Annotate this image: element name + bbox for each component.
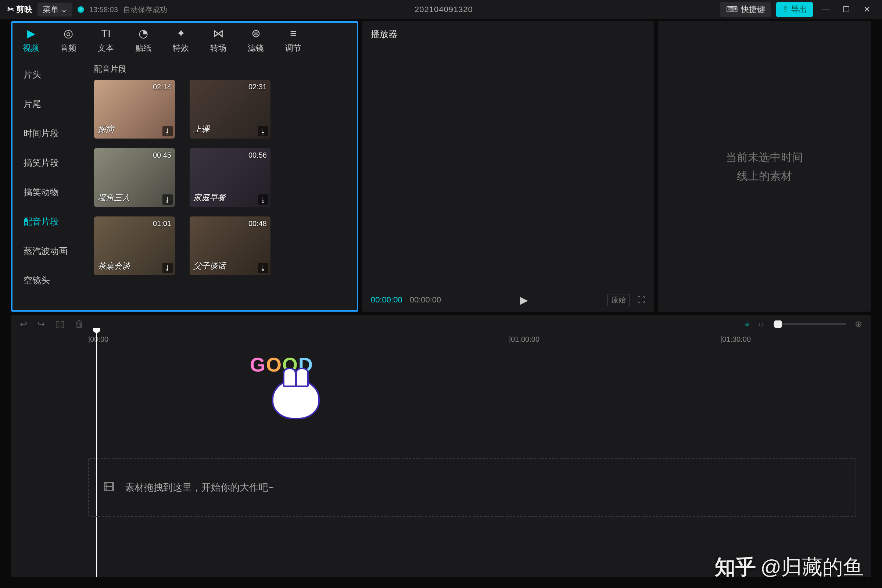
export-button[interactable]: ⇪ 导出: [776, 2, 813, 17]
category-item[interactable]: 空镜头: [12, 266, 86, 295]
inspector-line2: 线上的素材: [726, 166, 803, 185]
download-icon[interactable]: ⭳: [258, 194, 268, 205]
ruler-tick: |00:00: [88, 335, 108, 344]
clip-thumbnail[interactable]: 00:45墙角三人⭳: [94, 148, 175, 207]
tab-icon: ▶: [27, 27, 35, 40]
category-item[interactable]: 片头: [12, 60, 86, 89]
app-name: 剪映: [16, 4, 32, 15]
clip-name: 父子谈话: [193, 261, 226, 272]
close-button[interactable]: ✕: [859, 5, 874, 14]
maximize-button[interactable]: ☐: [838, 5, 854, 14]
media-tab-文本[interactable]: TI文本: [98, 27, 114, 54]
media-tab-调节[interactable]: ≡调节: [285, 27, 302, 54]
export-label: 导出: [791, 4, 807, 15]
save-status-icon: ✓: [78, 6, 84, 13]
clip-thumbnail[interactable]: 02:14探病⭳: [94, 80, 175, 138]
download-icon[interactable]: ⭳: [162, 263, 173, 273]
clip-name: 家庭早餐: [193, 192, 226, 203]
category-item[interactable]: 蒸汽波动画: [12, 236, 86, 266]
tab-label: 视频: [23, 43, 39, 54]
clip-duration: 02:14: [153, 82, 171, 91]
good-sticker[interactable]: GOOD: [250, 353, 342, 427]
save-time: 13:58:03: [89, 6, 118, 14]
tab-icon: ✦: [176, 27, 186, 40]
clip-name: 探病: [98, 124, 114, 135]
tab-icon: ⊛: [251, 27, 261, 40]
player-viewport[interactable]: [362, 47, 654, 288]
zoom-in-button[interactable]: ⊕: [855, 319, 862, 329]
ratio-original-button[interactable]: 原始: [607, 294, 630, 306]
chevron-down-icon: ⌄: [61, 5, 67, 14]
clip-thumbnail[interactable]: 00:48父子谈话⭳: [190, 216, 270, 275]
clip-thumbnail[interactable]: 01:01茶桌会谈⭳: [94, 216, 175, 275]
minimize-button[interactable]: —: [818, 5, 834, 14]
clip-thumbnail[interactable]: 00:56家庭早餐⭳: [190, 148, 270, 207]
category-list: 片头片尾时间片段搞笑片段搞笑动物配音片段蒸汽波动画空镜头: [12, 58, 86, 310]
zoom-out-button[interactable]: ○: [759, 319, 764, 329]
export-icon: ⇪: [782, 5, 789, 14]
play-button[interactable]: ▶: [520, 294, 528, 306]
zoom-slider[interactable]: [772, 323, 846, 325]
timeline-toolbar: ↩ ↪ ▯▯ 🗑 ⌖ ○ ⊕: [11, 315, 871, 333]
tab-label: 音频: [60, 43, 76, 54]
project-title: 202104091320: [172, 5, 715, 14]
split-button[interactable]: ▯▯: [55, 319, 64, 329]
clip-area: 配音片段 02:14探病⭳02:31上课⭳00:45墙角三人⭳00:56家庭早餐…: [86, 58, 357, 310]
undo-button[interactable]: ↩: [20, 319, 27, 329]
clip-section-title: 配音片段: [94, 64, 349, 75]
category-item[interactable]: 搞笑动物: [12, 177, 86, 207]
download-icon[interactable]: ⭳: [162, 126, 173, 136]
media-tab-转场[interactable]: ⋈转场: [210, 27, 226, 54]
watermark: 知乎 @归藏的鱼: [715, 554, 864, 581]
tab-label: 滤镜: [248, 43, 264, 54]
watermark-author: @归藏的鱼: [760, 554, 864, 581]
tab-label: 调节: [285, 43, 302, 54]
clip-duration: 00:45: [153, 151, 171, 159]
menu-label: 菜单: [43, 4, 59, 15]
category-item[interactable]: 时间片段: [12, 119, 86, 148]
download-icon[interactable]: ⭳: [162, 194, 173, 205]
tab-icon: ⋈: [213, 27, 224, 40]
delete-button[interactable]: 🗑: [75, 319, 84, 329]
app-logo: ✂ 剪映: [8, 4, 32, 15]
logo-icon: ✂: [8, 5, 14, 14]
menu-button[interactable]: 菜单 ⌄: [38, 3, 72, 16]
media-tab-音频[interactable]: ◎音频: [60, 27, 76, 54]
ruler-tick: |01:30:00: [720, 335, 751, 344]
tab-icon: ◎: [64, 27, 73, 40]
clip-thumbnail[interactable]: 02:31上课⭳: [190, 80, 270, 138]
media-tab-贴纸[interactable]: ◔贴纸: [135, 27, 152, 54]
drop-track[interactable]: 🎞 素材拖拽到这里，开始你的大作吧~: [88, 458, 856, 517]
media-tab-特效[interactable]: ✦特效: [173, 27, 189, 54]
drop-hint: 素材拖拽到这里，开始你的大作吧~: [125, 481, 274, 494]
tab-label: 文本: [98, 43, 114, 54]
film-icon: 🎞: [104, 481, 115, 494]
category-item[interactable]: 配音片段: [12, 207, 86, 236]
time-current: 00:00:00: [371, 295, 402, 304]
player-title: 播放器: [362, 21, 654, 47]
download-icon[interactable]: ⭳: [258, 126, 268, 136]
tracks-area[interactable]: GOOD 🎞 素材拖拽到这里，开始你的大作吧~: [11, 348, 871, 577]
save-message: 自动保存成功: [123, 5, 167, 15]
inspector-empty-message: 当前未选中时间 线上的素材: [726, 148, 803, 185]
tab-icon: TI: [101, 27, 111, 40]
media-tab-滤镜[interactable]: ⊛滤镜: [248, 27, 264, 54]
time-ruler[interactable]: |00:00|01:00:00|01:30:00: [11, 333, 871, 348]
player-panel: 播放器 00:00:00 00:00:00 ▶ 原始 ⛶: [362, 21, 654, 312]
zoom-knob[interactable]: [774, 321, 782, 328]
media-tab-视频[interactable]: ▶视频: [23, 27, 39, 54]
download-icon[interactable]: ⭳: [258, 263, 268, 273]
shortcut-label: 快捷键: [741, 4, 765, 15]
bunny-icon: [272, 379, 320, 419]
shortcut-button[interactable]: ⌨ 快捷键: [720, 2, 771, 17]
clip-duration: 00:48: [248, 219, 267, 228]
clip-name: 墙角三人: [98, 192, 130, 203]
category-item[interactable]: 搞笑片段: [12, 148, 86, 177]
category-item[interactable]: 片尾: [12, 89, 86, 119]
clip-duration: 02:31: [248, 82, 267, 91]
top-row: ▶视频◎音频TI文本◔贴纸✦特效⋈转场⊛滤镜≡调节 片头片尾时间片段搞笑片段搞笑…: [11, 21, 871, 312]
magnet-button[interactable]: ⌖: [744, 319, 750, 329]
redo-button[interactable]: ↪: [38, 319, 45, 329]
clip-name: 上课: [193, 124, 210, 135]
fullscreen-button[interactable]: ⛶: [637, 295, 645, 304]
